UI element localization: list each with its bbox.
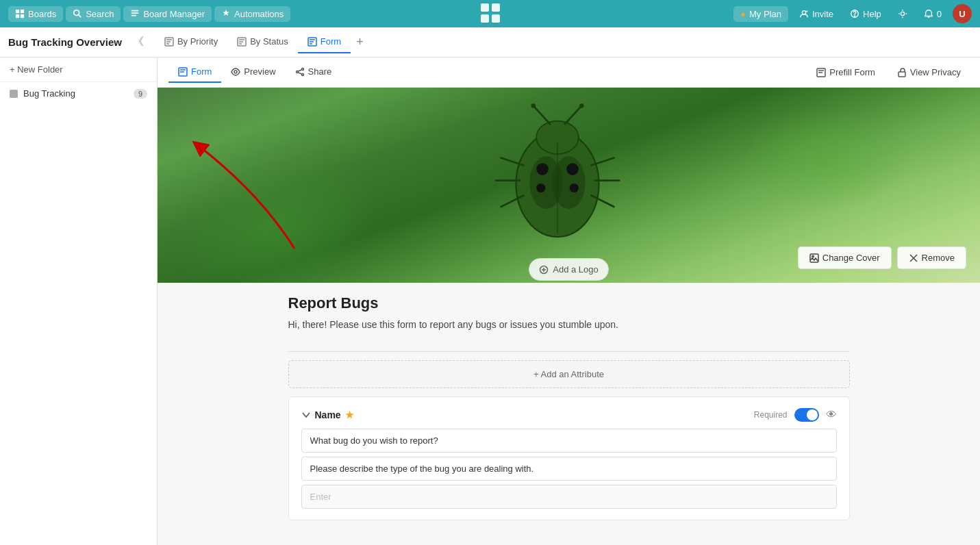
prefill-form-button[interactable]: Prefill Form	[808, 63, 883, 81]
field-header: Name ★ Required 👁	[301, 408, 837, 422]
sidebar-item-bug-tracking[interactable]: Bug Tracking 9	[0, 82, 157, 105]
svg-rect-2	[16, 14, 19, 18]
form-description[interactable]: Hi, there! Please use this form to repor…	[288, 318, 850, 346]
tab-by-status-label: By Status	[250, 36, 288, 47]
svg-point-66	[812, 255, 814, 257]
form-toolbar-left: Form Preview Share	[168, 62, 341, 83]
svg-point-14	[854, 16, 855, 16]
second-navigation: Bug Tracking Overview 《 By Priority By S…	[0, 27, 980, 58]
tab-form[interactable]: Form	[298, 31, 351, 53]
top-nav-right: ● My Plan Invite Help 0 U	[733, 4, 972, 23]
view-privacy-label: View Privacy	[910, 67, 961, 77]
folder-icon	[10, 90, 18, 98]
preview-label: Preview	[244, 66, 275, 77]
sidebar-item-count: 9	[134, 89, 147, 99]
field-enter-placeholder: Enter	[301, 485, 837, 509]
svg-point-51	[570, 183, 579, 192]
svg-point-4	[74, 10, 79, 16]
required-star: ★	[345, 409, 354, 420]
svg-line-5	[79, 15, 81, 18]
help-button[interactable]: Help	[844, 6, 887, 22]
new-folder-label: + New Folder	[10, 64, 63, 75]
change-cover-label: Change Cover	[822, 253, 880, 263]
sun-icon-button[interactable]	[892, 6, 913, 21]
cover-area: Change Cover Remove	[158, 88, 980, 283]
board-title: Bug Tracking Overview	[8, 36, 122, 48]
add-tab-button[interactable]: +	[351, 32, 369, 52]
svg-point-49	[567, 163, 579, 175]
svg-point-15	[901, 12, 904, 15]
form-tab-button[interactable]: Form	[168, 62, 221, 83]
form-field-name-card: Name ★ Required 👁 Enter	[288, 396, 850, 520]
share-label: Share	[308, 66, 332, 77]
svg-point-10	[802, 11, 805, 14]
tab-by-priority-label: By Priority	[177, 36, 218, 47]
svg-rect-44	[899, 72, 905, 77]
board-manager-button[interactable]: Board Manager	[123, 6, 212, 22]
svg-rect-7	[492, 3, 500, 12]
form-toolbar-right: Prefill Form View Privacy	[808, 63, 969, 81]
collapse-button[interactable]: 《	[129, 32, 148, 52]
svg-point-48	[537, 163, 549, 175]
eye-icon[interactable]: 👁	[826, 409, 837, 421]
svg-point-37	[296, 71, 298, 73]
boards-label: Boards	[28, 9, 56, 19]
automations-button[interactable]: Automations	[214, 6, 290, 22]
svg-rect-0	[16, 10, 19, 13]
svg-rect-6	[481, 3, 489, 12]
form-tab-label: Form	[191, 66, 212, 77]
top-nav-left: Boards Search Board Manager Automations	[8, 6, 290, 22]
toggle-slider	[794, 408, 819, 422]
sidebar-item-label: Bug Tracking	[23, 88, 75, 99]
svg-point-55	[531, 103, 536, 108]
add-logo-label: Add a Logo	[553, 264, 599, 275]
svg-rect-1	[21, 10, 24, 13]
add-logo-button[interactable]: Add a Logo	[529, 258, 609, 281]
new-folder-button[interactable]: + New Folder	[0, 58, 157, 82]
avatar[interactable]: U	[953, 4, 972, 23]
board-manager-label: Board Manager	[143, 9, 205, 19]
notifications-count: 0	[937, 9, 942, 19]
prefill-label: Prefill Form	[829, 67, 875, 77]
preview-button[interactable]: Preview	[221, 62, 285, 83]
bug-description-input[interactable]	[301, 457, 837, 481]
form-body: Add a Logo Report Bugs Hi, there! Please…	[275, 270, 864, 545]
invite-button[interactable]: Invite	[794, 6, 839, 22]
remove-cover-button[interactable]: Remove	[897, 246, 966, 269]
tab-by-priority[interactable]: By Priority	[155, 31, 227, 53]
svg-line-54	[565, 107, 580, 124]
cover-beetle-illustration	[482, 101, 633, 252]
svg-point-38	[301, 73, 303, 75]
notifications-button[interactable]: 0	[918, 6, 947, 22]
change-cover-button[interactable]: Change Cover	[798, 246, 892, 269]
top-navigation: Boards Search Board Manager Automations …	[0, 0, 980, 27]
add-attribute-label: + Add an Attribute	[533, 369, 604, 379]
remove-cover-label: Remove	[922, 253, 955, 263]
cover-actions: Change Cover Remove	[798, 246, 966, 269]
my-plan-label: My Plan	[749, 9, 781, 19]
search-label: Search	[86, 9, 114, 19]
sidebar: + New Folder Bug Tracking 9	[0, 58, 158, 545]
automations-label: Automations	[234, 9, 284, 19]
svg-line-53	[535, 107, 550, 124]
required-label: Required	[754, 410, 788, 420]
name-field-label: Name	[315, 409, 341, 420]
required-toggle[interactable]	[794, 408, 819, 422]
share-button[interactable]: Share	[286, 62, 342, 83]
description-divider	[288, 351, 850, 352]
search-button[interactable]: Search	[66, 6, 121, 22]
view-privacy-button[interactable]: View Privacy	[889, 63, 969, 81]
content-area: Form Preview Share Prefill Form	[158, 58, 980, 545]
svg-rect-3	[21, 14, 24, 18]
svg-rect-9	[492, 14, 500, 23]
invite-label: Invite	[812, 9, 833, 19]
bug-report-input[interactable]	[301, 429, 837, 453]
tab-by-status[interactable]: By Status	[227, 31, 298, 53]
main-layout: + New Folder Bug Tracking 9 Form Preview	[0, 58, 980, 545]
my-plan-button[interactable]: ● My Plan	[733, 6, 788, 22]
form-title-area: Report Bugs Hi, there! Please use this f…	[288, 294, 850, 352]
add-attribute-button[interactable]: + Add an Attribute	[288, 360, 850, 388]
boards-button[interactable]: Boards	[8, 6, 63, 22]
svg-line-40	[298, 73, 301, 74]
svg-point-50	[537, 183, 546, 192]
